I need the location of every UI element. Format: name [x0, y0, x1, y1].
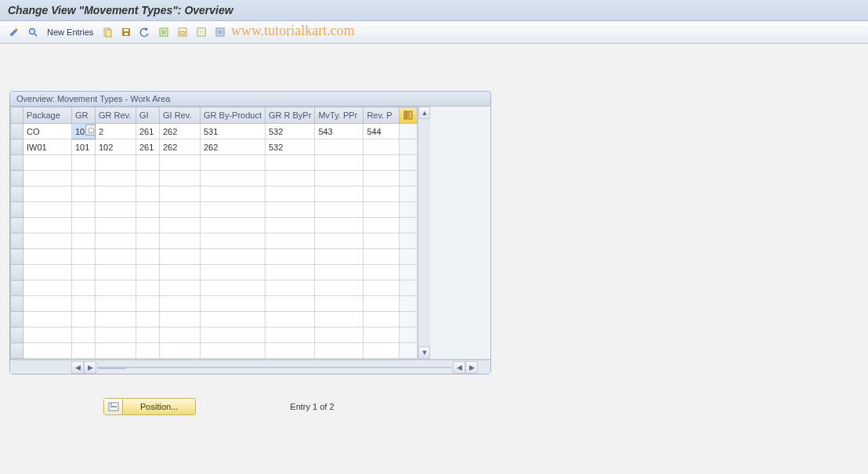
cell-gr_rev[interactable]	[96, 327, 136, 343]
cell-gr_r_byp[interactable]	[265, 218, 314, 233]
horizontal-scrollbar[interactable]: ◀ ▶ ◀ ▶	[10, 360, 490, 374]
movement-types-table[interactable]: Package GR GR Rev. GI GI Rev. GR By-Prod…	[10, 107, 418, 359]
cell-mvty_ppr[interactable]	[315, 202, 363, 218]
table-row[interactable]	[11, 186, 418, 202]
col-mvty-ppr[interactable]: MvTy. PPr	[315, 107, 363, 124]
cell-mvty_ppr[interactable]: 543	[315, 124, 363, 139]
table-row[interactable]	[11, 343, 418, 359]
cell-mvty_ppr[interactable]	[315, 233, 363, 249]
scroll-left-icon[interactable]: ◀	[71, 361, 84, 374]
scroll-right-icon[interactable]: ▶	[84, 361, 96, 374]
cell-gr[interactable]	[72, 155, 96, 171]
cell-gr[interactable]	[72, 312, 96, 327]
cell-gr[interactable]	[72, 249, 96, 265]
cell-gi_rev[interactable]	[160, 312, 201, 327]
print-icon[interactable]	[212, 24, 228, 40]
cell-gr_r_byp[interactable]	[265, 296, 314, 312]
cell-mvty_ppr[interactable]	[315, 296, 363, 312]
cell-gr_r_byp[interactable]	[265, 155, 314, 171]
cell-gi_rev[interactable]	[160, 186, 201, 202]
row-selector[interactable]	[11, 296, 24, 312]
cell-gi[interactable]	[136, 265, 160, 280]
row-selector[interactable]	[11, 202, 24, 218]
cell-package[interactable]	[24, 155, 72, 171]
cell-gi[interactable]	[136, 296, 160, 312]
cell-gr_byp[interactable]	[201, 249, 266, 265]
cell-mvty_ppr[interactable]	[315, 139, 363, 155]
cell-gr_rev[interactable]	[96, 202, 136, 218]
cell-package[interactable]	[24, 280, 72, 296]
cell-gr_rev[interactable]	[96, 233, 136, 249]
cell-gr_r_byp[interactable]	[265, 343, 314, 359]
table-row[interactable]	[11, 202, 418, 218]
cell-gi[interactable]	[136, 171, 160, 186]
cell-gi_rev[interactable]	[160, 296, 201, 312]
cell-package[interactable]	[24, 171, 72, 186]
table-row[interactable]: CO101▢2261262531532543544	[11, 124, 418, 139]
row-selector-header[interactable]	[11, 107, 24, 124]
hscroll-thumb[interactable]	[98, 367, 126, 369]
cell-mvty_ppr[interactable]	[315, 265, 363, 280]
cell-gi_rev[interactable]	[160, 171, 201, 186]
cell-gi_rev[interactable]	[160, 249, 201, 265]
cell-gr_r_byp[interactable]	[265, 312, 314, 327]
cell-gr_byp[interactable]	[201, 218, 266, 233]
cell-mvty_ppr[interactable]	[315, 343, 363, 359]
cell-rev_p[interactable]	[363, 233, 400, 249]
cell-gr[interactable]	[72, 186, 96, 202]
cell-rev_p[interactable]	[363, 202, 400, 218]
cell-gi[interactable]	[136, 186, 160, 202]
cell-gr[interactable]	[72, 171, 96, 186]
cell-gi[interactable]	[136, 249, 160, 265]
cell-gr_byp[interactable]	[201, 327, 266, 343]
row-selector[interactable]	[11, 249, 24, 265]
cell-gi_rev[interactable]: 262	[160, 139, 201, 155]
cell-package[interactable]	[24, 265, 72, 280]
cell-gi_rev[interactable]	[160, 327, 201, 343]
row-selector[interactable]	[11, 218, 24, 233]
cell-gr_r_byp[interactable]	[265, 202, 314, 218]
table-row[interactable]	[11, 265, 418, 280]
cell-gr_r_byp[interactable]: 532	[265, 124, 314, 139]
cell-gr_r_byp[interactable]	[265, 233, 314, 249]
cell-gi[interactable]	[136, 280, 160, 296]
cell-gi[interactable]	[136, 343, 160, 359]
row-selector[interactable]	[11, 233, 24, 249]
cell-mvty_ppr[interactable]	[315, 218, 363, 233]
select-block-icon[interactable]	[175, 24, 190, 40]
col-gr-byp[interactable]: GR By-Product	[201, 107, 266, 124]
cell-package[interactable]	[24, 249, 72, 265]
cell-gr_rev[interactable]	[96, 171, 136, 186]
col-package[interactable]: Package	[24, 107, 72, 124]
cell-package[interactable]	[24, 296, 72, 312]
table-row[interactable]	[11, 249, 418, 265]
cell-mvty_ppr[interactable]	[315, 249, 363, 265]
cell-gi_rev[interactable]: 262	[160, 124, 201, 139]
cell-gr[interactable]: 101▢	[72, 124, 96, 139]
col-gr-r-byp[interactable]: GR R ByPr	[265, 107, 314, 124]
f4-help-icon[interactable]: ▢	[85, 125, 96, 136]
table-row[interactable]: IW01101102261262262532	[11, 139, 418, 155]
cell-gr_rev[interactable]	[96, 343, 136, 359]
col-gi[interactable]: GI	[136, 107, 160, 124]
cell-rev_p[interactable]	[363, 139, 400, 155]
row-selector[interactable]	[11, 343, 24, 359]
cell-gr[interactable]: 101	[72, 139, 96, 155]
cell-gi[interactable]	[136, 312, 160, 327]
cell-gi_rev[interactable]	[160, 280, 201, 296]
cell-gr[interactable]	[72, 343, 96, 359]
select-all-icon[interactable]	[156, 24, 172, 40]
cell-gr_r_byp[interactable]	[265, 171, 314, 186]
cell-package[interactable]	[24, 202, 72, 218]
cell-gr_rev[interactable]	[96, 186, 136, 202]
cell-gr_r_byp[interactable]	[265, 327, 314, 343]
table-row[interactable]	[11, 296, 418, 312]
cell-gr_r_byp[interactable]	[265, 265, 314, 280]
deselect-all-icon[interactable]	[193, 24, 209, 40]
scroll-left-end-icon[interactable]: ◀	[453, 361, 465, 374]
cell-mvty_ppr[interactable]	[315, 155, 363, 171]
cell-gi_rev[interactable]	[160, 233, 201, 249]
col-rev-p[interactable]: Rev. P	[363, 107, 400, 124]
table-row[interactable]	[11, 218, 418, 233]
cell-rev_p[interactable]	[363, 296, 400, 312]
